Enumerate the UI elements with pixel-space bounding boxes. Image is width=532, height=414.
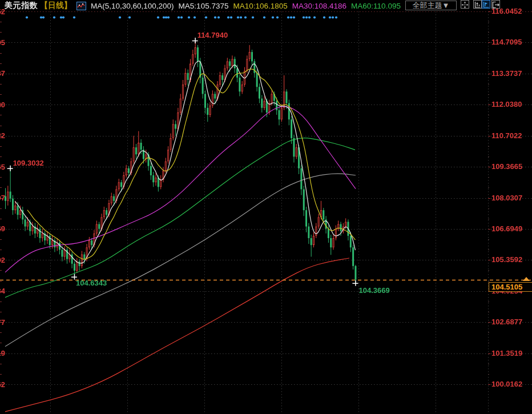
period-tag: 【日线】: [40, 1, 72, 11]
current-price-badge: 104.5105: [489, 282, 532, 292]
axis-label: 109.3665: [491, 162, 522, 171]
axis-label: 113.3737: [491, 69, 522, 78]
axis-label: 105.3592: [491, 255, 522, 264]
high-annotation-left: 109.3032: [13, 159, 44, 167]
price-up-arrow-icon: [523, 277, 530, 281]
chart-header: 美元指数 【日线】 MA(5,10,30,60,100,200) MA5:105…: [0, 0, 532, 11]
ma-group-label: MA(5,10,30,60,100,200): [91, 2, 174, 10]
ma60-value: MA60:110.095: [351, 2, 401, 10]
low-annotation-last: 104.3669: [358, 286, 389, 295]
kline-chart-canvas[interactable]: [0, 0, 532, 414]
low-annotation-left: 104.6343: [76, 279, 107, 287]
axis-label: 106.6949: [491, 224, 522, 233]
symbol-title: 美元指数: [5, 1, 38, 11]
axis-label: 108.0307: [491, 194, 522, 202]
kline-app-window: 美元指数 【日线】 MA(5,10,30,60,100,200) MA5:105…: [0, 0, 532, 414]
axis-label: 112.0380: [491, 100, 522, 108]
ma5-value: MA5:105.7375: [179, 2, 229, 10]
axis-label: 100.0162: [491, 380, 522, 388]
axis-label: 114.7095: [491, 38, 522, 46]
axis-label: 102.6877: [491, 317, 522, 326]
ma10-value: MA10:106.1805: [233, 2, 287, 10]
high-annotation-peak: 114.7940: [198, 31, 228, 39]
axis-label: 110.7022: [491, 131, 522, 140]
axis-label: 101.3519: [491, 349, 522, 357]
kline-mini-chart-icon: [76, 2, 86, 10]
ma30-value: MA30:108.4186: [292, 2, 346, 10]
